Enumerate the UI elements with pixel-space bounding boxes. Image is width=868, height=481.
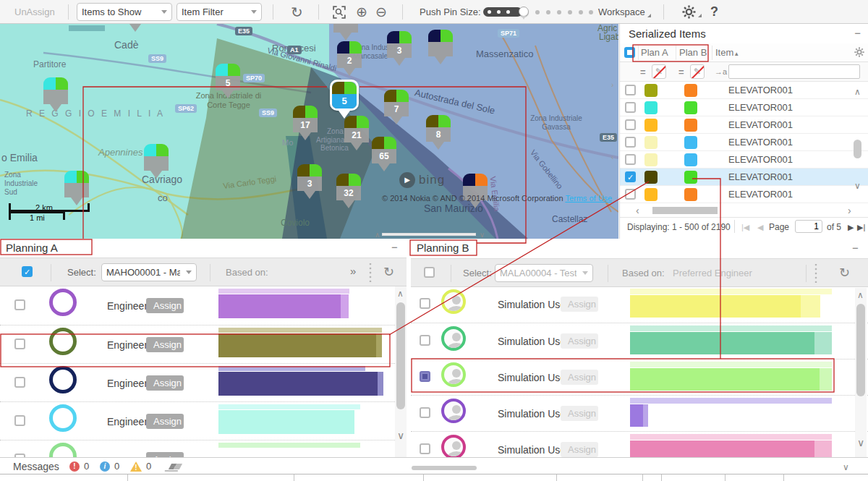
scroll-down-icon[interactable]: ∨ (397, 431, 404, 440)
map[interactable]: CadèPartitoreRoncocesiMassenzaticoR E G … (0, 24, 618, 239)
map-pin[interactable] (144, 144, 169, 179)
column-plan-b[interactable]: Plan B (679, 47, 707, 58)
clear-messages-icon[interactable] (169, 464, 182, 469)
map-pin[interactable]: 17 (293, 106, 318, 140)
row-checkbox[interactable] (420, 298, 430, 309)
planning-a-resource-dropdown[interactable]: MAHO00001 - Marco Ho (101, 263, 197, 281)
drag-handle-icon[interactable] (814, 264, 817, 283)
map-pin[interactable] (463, 174, 488, 208)
assign-button[interactable]: Assign (561, 333, 598, 349)
map-pin[interactable]: 2 (337, 41, 362, 76)
item-filter-type-icon[interactable]: →a (715, 67, 727, 76)
serialized-item-row[interactable]: ELEVATOR001 (620, 151, 868, 169)
map-planning-splitter[interactable]: ∧ ∨ (375, 231, 485, 238)
page-next-icon[interactable]: ▶ (848, 223, 854, 232)
splitter-chevron-right[interactable]: › (611, 81, 613, 89)
map-pin[interactable]: 5 (216, 64, 240, 98)
slider-thumb[interactable] (519, 7, 529, 17)
planning-a-scrollbar[interactable]: ∧ ∨ (395, 286, 407, 457)
planning-a-checkbox[interactable] (22, 266, 33, 277)
assign-button[interactable]: Assign (146, 414, 184, 429)
row-checkbox[interactable] (420, 335, 430, 346)
plan-b-filter-edit-icon[interactable]: ✎ (690, 64, 705, 79)
assign-button[interactable]: Assign (146, 337, 184, 352)
simulation-user-row[interactable]: Simulation User 3Assign (411, 359, 868, 395)
hscrollbar-thumb[interactable] (412, 466, 477, 470)
refresh-icon[interactable]: ↻ (383, 264, 394, 280)
row-checkbox[interactable] (625, 154, 636, 165)
assign-button[interactable]: Assign (561, 370, 598, 385)
serialized-item-row[interactable]: ELEVATOR001 (620, 99, 868, 116)
map-pin[interactable]: 7 (384, 90, 409, 124)
simulation-user-row[interactable]: Simulation User 4Assign (411, 395, 868, 431)
row-checkbox[interactable] (420, 371, 430, 382)
grid-settings-gear-icon[interactable] (854, 47, 864, 60)
refresh-icon[interactable]: ↻ (291, 0, 303, 24)
engineer-row[interactable]: Engineer 2Assign (0, 325, 407, 363)
planning-b-scrollbar[interactable]: ∧ ∨ (855, 288, 867, 457)
planning-b-checkbox[interactable] (424, 267, 435, 278)
collapse-messages-icon[interactable]: ∨ (843, 463, 849, 472)
assign-button[interactable]: Assign (146, 298, 184, 313)
simulation-user-row[interactable]: Simulation User 2Assign (411, 323, 868, 359)
zoom-selection-icon[interactable] (333, 0, 346, 24)
plan-a-filter-edit-icon[interactable]: ✎ (652, 64, 666, 79)
engineer-row[interactable]: Engineer 4Assign (0, 401, 407, 440)
workspace-menu[interactable]: Workspace (598, 0, 651, 24)
row-checkbox[interactable] (625, 137, 636, 148)
scroll-down-icon[interactable]: ∨ (854, 182, 861, 190)
assign-button[interactable]: Assign (561, 297, 598, 312)
row-checkbox[interactable] (625, 102, 636, 113)
unassign-button[interactable]: UnAssign (14, 0, 55, 24)
item-filter-input[interactable] (728, 64, 860, 79)
simulation-user-row[interactable]: Simulation User 5Assign (411, 431, 868, 457)
page-prev-icon[interactable]: ◀ (757, 223, 763, 232)
map-pin[interactable] (43, 77, 68, 112)
map-pin[interactable]: 3 (297, 164, 322, 199)
row-checkbox[interactable] (420, 443, 430, 454)
hscrollbar-thumb[interactable] (652, 207, 718, 214)
assign-button[interactable]: Assign (146, 452, 184, 458)
scroll-down-icon[interactable]: ∨ (857, 438, 864, 447)
row-checkbox[interactable] (14, 415, 25, 426)
map-pin[interactable]: 65 (372, 137, 396, 171)
page-number-input[interactable] (795, 220, 822, 233)
select-all-checkbox[interactable] (624, 47, 635, 58)
row-checkbox[interactable] (625, 119, 636, 130)
serialized-item-row[interactable]: ELEVATOR001 (620, 116, 868, 134)
map-pin[interactable]: 32 (336, 174, 361, 208)
help-button[interactable]: ? (710, 0, 718, 24)
push-pin-size-slider[interactable] (483, 7, 592, 18)
item-filter-dropdown[interactable]: Item Filter (176, 3, 262, 21)
row-checkbox[interactable] (625, 85, 636, 95)
plan-a-sort-icon[interactable]: = (640, 67, 646, 77)
page-last-icon[interactable]: ▶| (857, 223, 865, 232)
scroll-right-icon[interactable]: › (848, 206, 851, 215)
settings-gear-icon[interactable] (682, 0, 702, 24)
column-plan-a[interactable]: Plan A (641, 47, 668, 58)
scroll-left-icon[interactable]: ‹ (636, 206, 639, 215)
collapse-icon[interactable]: − (391, 241, 398, 253)
collapse-icon[interactable]: − (852, 242, 859, 254)
scroll-up-icon[interactable]: ∧ (854, 88, 861, 96)
map-pin[interactable]: 8 (426, 115, 451, 150)
row-checkbox[interactable] (420, 407, 430, 418)
scroll-up-icon[interactable]: ∧ (397, 289, 404, 298)
map-pin[interactable]: 3 (387, 31, 412, 66)
collapse-icon[interactable]: − (854, 27, 861, 39)
engineer-row[interactable]: Assign (0, 440, 407, 457)
serialized-item-row[interactable]: ELEVATOR001 (620, 186, 868, 203)
plan-b-sort-icon[interactable]: = (678, 67, 684, 77)
engineer-row[interactable]: Engineer 1Assign (0, 286, 407, 325)
terms-of-use-link[interactable]: Terms of Use (565, 194, 612, 203)
assign-button[interactable]: Assign (146, 375, 184, 391)
row-checkbox[interactable] (14, 339, 25, 349)
refresh-icon[interactable]: ↻ (839, 265, 850, 281)
items-to-show-dropdown[interactable]: Items to Show (77, 3, 172, 21)
serialized-hscrollbar[interactable]: ‹ › (620, 205, 868, 216)
map-pin[interactable] (123, 24, 148, 32)
row-checkbox[interactable] (625, 171, 636, 182)
row-checkbox[interactable] (14, 377, 25, 388)
row-checkbox[interactable] (625, 189, 636, 200)
assign-button[interactable]: Assign (561, 442, 598, 457)
